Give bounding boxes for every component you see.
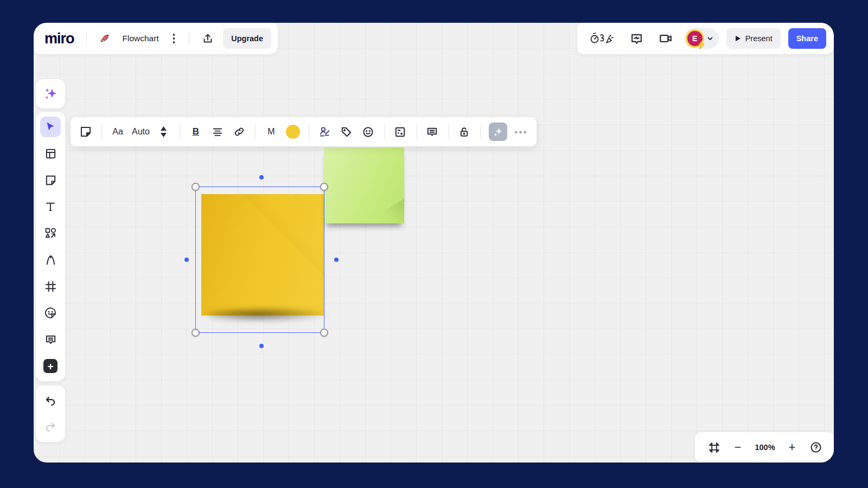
tool-text[interactable] (40, 196, 61, 217)
resize-handle-bottom-right[interactable] (320, 329, 328, 337)
emoji-button[interactable] (358, 121, 379, 142)
pen-icon (44, 254, 57, 266)
divider (448, 124, 449, 139)
align-button[interactable] (207, 121, 228, 142)
export-icon[interactable] (198, 29, 218, 48)
sidebar-ai-card (36, 79, 65, 108)
ai-actions-button[interactable] (486, 121, 510, 142)
comment-icon (426, 126, 438, 138)
more-options-button[interactable]: ••• (510, 121, 532, 142)
tool-templates[interactable] (40, 143, 61, 164)
sticky-note-icon (44, 174, 57, 187)
context-toolbar: Aa Auto B M (71, 117, 537, 146)
upgrade-button[interactable]: Upgrade (223, 28, 271, 49)
redo-icon (44, 420, 57, 433)
divider (416, 124, 417, 139)
sticky-note-icon (79, 125, 92, 138)
board-title[interactable]: Flowchart (119, 34, 162, 43)
tool-sticker[interactable] (40, 303, 61, 323)
connector-dot-top[interactable] (259, 175, 264, 179)
share-button[interactable]: Share (788, 28, 826, 49)
tool-add-more[interactable]: + (40, 356, 61, 376)
present-label: Present (745, 34, 773, 43)
lock-button[interactable] (454, 121, 475, 142)
sticky-type-button[interactable] (75, 121, 97, 142)
comments-feed-icon[interactable] (626, 28, 647, 49)
more-icon: ••• (515, 127, 528, 137)
resize-handle-top-right[interactable] (320, 183, 328, 191)
select-cursor-icon (44, 121, 56, 133)
connector-dot-left[interactable] (184, 258, 189, 262)
comment-icon (44, 333, 57, 346)
templates-icon (44, 147, 57, 160)
sticky-color-button[interactable] (282, 121, 304, 142)
app-window: miro Flowchart Upgrade E (34, 23, 834, 463)
facilitation-tools-icon[interactable] (586, 28, 618, 49)
divider (189, 31, 189, 46)
ai-sparkle-icon (489, 123, 507, 141)
fit-screen-button[interactable] (705, 438, 723, 457)
align-center-icon (212, 126, 224, 138)
avatar: E (686, 29, 704, 48)
sidebar-toolbar: + (36, 112, 65, 381)
lightning-badge-icon (697, 40, 706, 50)
kebab-menu-icon[interactable] (168, 29, 181, 48)
lock-open-icon (458, 126, 470, 138)
font-size-value[interactable]: Auto (129, 121, 153, 142)
tool-sticky-note[interactable] (40, 170, 61, 190)
zoom-out-button[interactable]: − (729, 438, 747, 457)
divider (384, 124, 385, 139)
sticky-size-button[interactable]: M (260, 121, 282, 142)
zoom-out-icon: − (735, 441, 742, 453)
undo-icon (44, 394, 57, 407)
divider (101, 124, 102, 139)
link-button[interactable] (228, 121, 250, 142)
divider (309, 124, 309, 139)
help-icon (809, 441, 822, 454)
divider (180, 124, 180, 139)
font-style-button[interactable]: Aa (107, 121, 129, 142)
divider (480, 124, 481, 139)
redo-button[interactable] (40, 416, 61, 437)
comment-button[interactable] (422, 121, 443, 142)
video-chat-icon[interactable] (655, 28, 676, 49)
font-style-icon: Aa (112, 127, 123, 137)
resize-handle-bottom-left[interactable] (192, 329, 200, 337)
sticker-icon (44, 306, 57, 319)
zoom-in-icon: + (789, 441, 796, 453)
tool-comment[interactable] (40, 329, 61, 350)
board-icon (394, 126, 406, 138)
link-icon (233, 126, 245, 138)
zoom-in-button[interactable]: + (783, 438, 801, 457)
color-swatch (286, 125, 300, 139)
ai-sparkles-icon[interactable] (40, 84, 61, 104)
connector-dot-right[interactable] (334, 258, 339, 262)
divider (86, 31, 87, 46)
selection-box (195, 187, 324, 333)
tag-button[interactable] (336, 121, 358, 142)
connector-dot-bottom[interactable] (259, 344, 264, 348)
undo-button[interactable] (40, 390, 61, 411)
tool-pen[interactable] (40, 249, 61, 270)
zoom-level: 100% (752, 443, 777, 452)
account-menu[interactable]: E (684, 28, 719, 49)
board-apps-button[interactable] (390, 121, 411, 142)
tool-frame[interactable] (40, 276, 61, 297)
rocket-icon (95, 29, 114, 48)
tool-select[interactable] (40, 117, 61, 137)
shapes-icon (44, 227, 57, 240)
signature-button[interactable] (314, 121, 336, 142)
bold-button[interactable]: B (185, 121, 207, 142)
fit-screen-icon (708, 441, 720, 454)
sticky-note-green[interactable] (324, 147, 404, 223)
tool-shapes[interactable] (40, 223, 61, 243)
frame-icon (44, 280, 57, 293)
chevron-down-icon (706, 35, 714, 42)
sidebar-history (36, 386, 65, 442)
size-stepper-icon[interactable] (153, 121, 175, 142)
miro-logo: miro (44, 30, 78, 47)
help-button[interactable] (807, 438, 825, 457)
present-button[interactable]: Present (726, 28, 781, 49)
text-icon (44, 201, 56, 213)
resize-handle-top-left[interactable] (192, 183, 200, 191)
